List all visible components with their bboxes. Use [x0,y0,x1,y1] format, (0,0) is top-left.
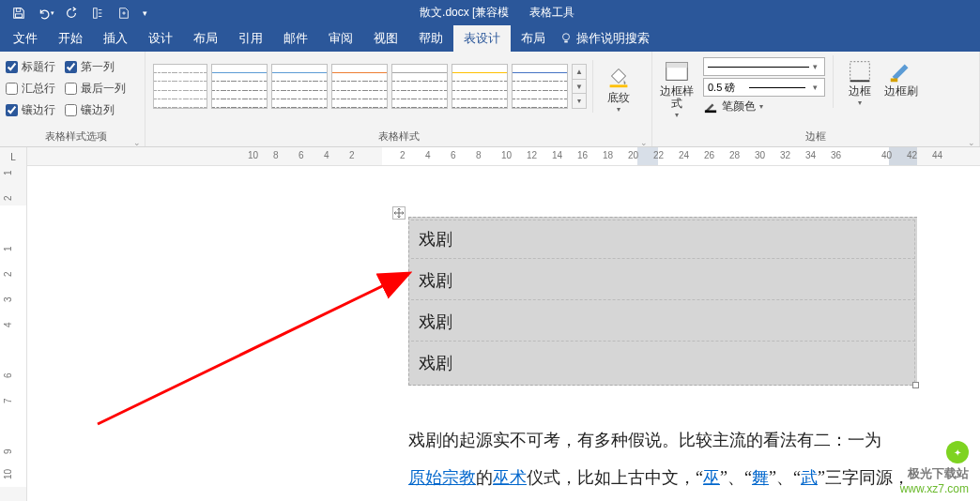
borders-button[interactable]: 边框 ▾ [841,55,879,109]
svg-rect-4 [610,84,628,87]
redo-button[interactable] [58,0,84,25]
link-witchcraft[interactable]: 巫术 [493,468,527,487]
style-thumb-3[interactable] [271,64,328,109]
group-borders: 边框样式 ▾ ▾ 0.5 磅▾ 笔颜色 ▾ 边框 ▾ 边框刷 [652,52,980,146]
table-cell[interactable]: 戏剧 [411,220,915,259]
svg-rect-7 [705,110,716,113]
ruler-corner[interactable]: L [0,147,27,166]
save-button[interactable] [6,0,32,25]
horizontal-ruler[interactable]: 1086422468101214161820222426283032343640… [27,147,980,165]
page[interactable]: 戏剧 戏剧 戏剧 戏剧 戏剧的起源实不可考，有多种假说。比较主流的看法有二：一为… [27,166,980,501]
vertical-ruler[interactable]: 12123467910 [0,166,27,501]
document-area: 12123467910 戏剧 戏剧 戏剧 戏剧 戏剧的起源实不可考，有多种假说。… [0,166,980,501]
svg-rect-9 [891,79,898,83]
pen-color-button[interactable]: 笔颜色 ▾ [703,99,825,114]
title-bar: ▾ ▾ 散文.docx [兼容模式] - Word 表格工具 [0,0,980,25]
table-cell[interactable]: 戏剧 [411,261,915,300]
group-title-table-styles: 表格样式 [151,129,646,146]
pen-icon [703,100,718,114]
ribbon-tabs: 文件 开始 插入 设计 布局 引用 邮件 审阅 视图 帮助 表设计 布局 操作说… [0,25,980,52]
paragraph-1[interactable]: 戏剧的起源实不可考，有多种假说。比较主流的看法有二：一为 [408,421,934,459]
chk-header-row[interactable]: 标题行 [6,59,55,75]
link-dance[interactable]: 舞 [752,468,769,487]
bucket-icon [605,62,633,90]
document-table[interactable]: 戏剧 戏剧 戏剧 戏剧 [408,217,917,386]
move-icon [394,208,404,218]
ribbon: 标题行 第一列 汇总行 最后一列 镶边行 镶边列 表格样式选项 [0,52,980,147]
chk-last-col[interactable]: 最后一列 [65,81,126,97]
borders-icon [846,57,874,85]
tab-layout[interactable]: 布局 [183,25,228,52]
line-style-select[interactable]: ▾ [703,57,825,76]
chk-banded-col[interactable]: 镶边列 [65,102,115,118]
border-styles-button[interactable]: 边框样式 ▾ [658,55,696,121]
new-doc-button[interactable] [111,0,137,25]
table-cell[interactable]: 戏剧 [411,343,915,383]
chevron-down-icon: ▾ [858,97,862,109]
lightbulb-icon [559,32,573,45]
link-wu[interactable]: 巫 [703,468,720,487]
paragraph-2[interactable]: 原始宗教的巫术仪式，比如上古中文，“巫”、“舞”、“武”三字同源， [408,459,934,496]
style-thumb-4[interactable] [331,64,388,109]
table-move-handle[interactable] [392,206,406,220]
chk-first-col[interactable]: 第一列 [65,59,115,75]
gallery-more-icon[interactable]: ▾ [573,94,586,108]
group-title-style-options: 表格样式选项 [6,129,139,146]
gallery-up-icon[interactable]: ▲ [573,65,586,80]
chevron-down-icon: ▾ [617,105,620,114]
tab-review[interactable]: 审阅 [318,25,363,52]
gallery-down-icon[interactable]: ▼ [573,80,586,95]
chevron-down-icon: ▾ [809,83,820,92]
svg-rect-0 [16,13,23,17]
shading-button[interactable]: 底纹 ▾ [599,60,638,114]
tab-references[interactable]: 引用 [228,25,273,52]
chevron-down-icon: ▾ [809,62,820,71]
undo-button[interactable]: ▾ [32,0,58,25]
svg-point-3 [563,34,570,40]
group-title-borders: 边框 [658,129,973,146]
tab-design[interactable]: 设计 [138,25,183,52]
shading-label: 底纹 [607,90,630,106]
style-thumb-7[interactable] [512,64,568,109]
quick-access-toolbar: ▾ ▾ [0,0,152,25]
table-resize-handle[interactable] [912,382,919,388]
chevron-down-icon: ▾ [759,102,763,111]
link-martial[interactable]: 武 [801,468,818,487]
touch-mode-button[interactable] [84,0,111,25]
tell-me-label: 操作说明搜索 [576,30,650,47]
tab-file[interactable]: 文件 [0,25,48,52]
tell-me-search[interactable]: 操作说明搜索 [556,25,660,52]
chevron-down-icon: ▾ [675,109,679,121]
svg-rect-8 [850,62,870,82]
chk-banded-row[interactable]: 镶边行 [6,102,55,118]
qat-customize-button[interactable]: ▾ [137,0,152,25]
ruler-bar: L 10864224681012141618202224262830323436… [0,147,980,166]
tab-insert[interactable]: 插入 [93,25,138,52]
brush-icon [887,57,915,85]
svg-rect-2 [94,8,98,18]
style-thumb-5[interactable] [391,64,448,109]
line-weight-select[interactable]: 0.5 磅▾ [703,78,825,97]
style-gallery[interactable]: ▲▼▾ 底纹 ▾ [151,55,638,117]
context-tab-label: 表格工具 [509,0,595,25]
table-cell[interactable]: 戏剧 [411,302,915,342]
group-style-options: 标题行 第一列 汇总行 最后一列 镶边行 镶边列 表格样式选项 [0,52,145,146]
tab-table-design[interactable]: 表设计 [453,25,511,52]
chk-total-row[interactable]: 汇总行 [6,81,55,97]
gallery-scroll[interactable]: ▲▼▾ [572,64,587,109]
style-thumb-6[interactable] [452,64,508,109]
link-religion[interactable]: 原始宗教 [408,468,476,487]
tab-mail[interactable]: 邮件 [273,25,318,52]
svg-rect-6 [666,63,688,68]
tab-view[interactable]: 视图 [363,25,408,52]
tab-home[interactable]: 开始 [48,25,93,52]
border-brush-button[interactable]: 边框刷 [882,55,920,98]
tab-table-layout[interactable]: 布局 [511,25,556,52]
tab-help[interactable]: 帮助 [408,25,453,52]
style-thumb-1[interactable] [153,64,207,109]
style-thumb-2[interactable] [211,64,268,109]
border-style-icon [663,57,691,85]
group-table-styles: ▲▼▾ 底纹 ▾ 表格样式 [145,52,652,146]
